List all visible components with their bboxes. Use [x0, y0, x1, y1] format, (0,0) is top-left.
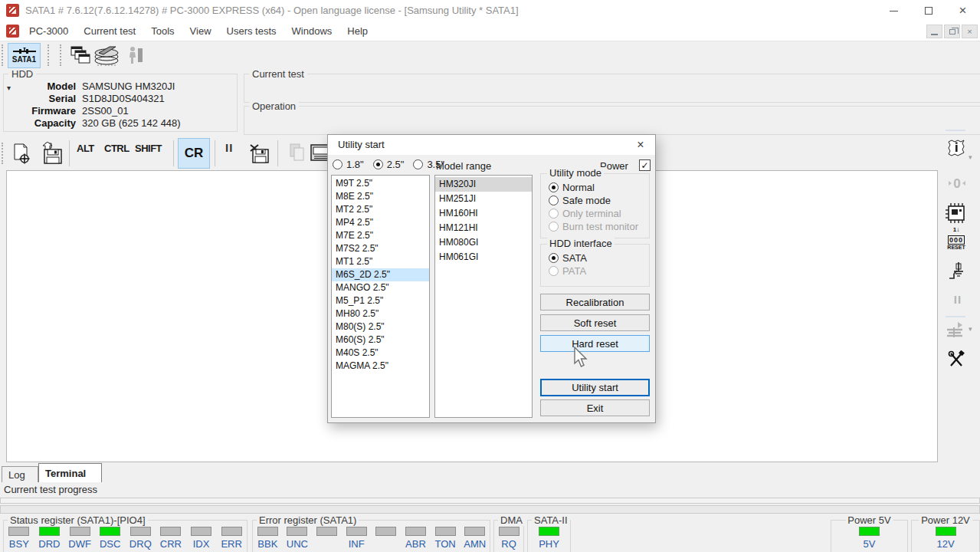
- utility-mode-option[interactable]: Burn test monitor: [549, 220, 638, 233]
- sata1-port-button[interactable]: SATA1: [8, 43, 41, 68]
- toolbar-grip[interactable]: [2, 44, 4, 66]
- menu-item[interactable]: Tools: [143, 21, 182, 41]
- utility-start-button[interactable]: Utility start: [540, 379, 650, 396]
- drive-resources-button[interactable]: [92, 43, 123, 67]
- led-indicator-icon: [316, 527, 337, 536]
- copy-button[interactable]: [287, 141, 308, 164]
- mdi-restore-button[interactable]: [944, 25, 960, 38]
- reset-counter-button[interactable]: 1↓ 000 RESET: [945, 227, 968, 251]
- form-factor-option[interactable]: 2.5": [373, 159, 405, 170]
- utility-mode-option[interactable]: Safe mode: [549, 194, 638, 207]
- drive-passport-button[interactable]: [946, 138, 967, 159]
- led-indicator-icon: [8, 527, 29, 536]
- toolbar-grip[interactable]: [2, 143, 4, 164]
- cr-key-button[interactable]: CR: [178, 138, 210, 169]
- menu-item[interactable]: Help: [339, 21, 375, 41]
- rom-chip-button[interactable]: [945, 202, 968, 224]
- form-factor-option[interactable]: 1.8": [333, 159, 364, 170]
- family-list-item[interactable]: MP4 2.5": [332, 216, 429, 229]
- model-list-item[interactable]: HM080GI: [435, 235, 532, 250]
- floppy-arrow-icon: [41, 142, 64, 165]
- radio-icon[interactable]: [373, 159, 383, 169]
- menu-item[interactable]: Current test: [76, 21, 143, 41]
- family-list-item[interactable]: M7E 2.5": [332, 229, 429, 242]
- exit-utility-button[interactable]: [124, 44, 146, 66]
- task-windows-button[interactable]: [69, 44, 92, 66]
- led-label: INF: [349, 538, 365, 549]
- alt-key-button[interactable]: ALT: [77, 143, 94, 154]
- family-list-item[interactable]: M8E 2.5": [332, 190, 429, 203]
- family-list-item[interactable]: M60(S) 2.5": [332, 334, 429, 347]
- family-list-item[interactable]: M5_P1 2.5": [332, 294, 429, 307]
- menu-item[interactable]: Users tests: [219, 21, 284, 41]
- model-list-item[interactable]: HM160HI: [435, 206, 532, 221]
- soft-reset-button[interactable]: Soft reset: [540, 314, 650, 331]
- mdi-restore-icon: [949, 29, 955, 34]
- chip-icon: [946, 203, 967, 223]
- family-list-item[interactable]: MANGO 2.5": [332, 281, 429, 294]
- chevron-down-icon[interactable]: ▾: [969, 325, 972, 333]
- power-switch-button[interactable]: [947, 261, 967, 284]
- led-label: DWF: [68, 538, 91, 549]
- model-list-item[interactable]: HM251JI: [435, 192, 532, 206]
- menu-item[interactable]: View: [182, 21, 219, 41]
- hard-reset-button[interactable]: Hard reset: [540, 335, 650, 352]
- model-list-item[interactable]: HM061GI: [435, 250, 532, 264]
- led-label: DRQ: [129, 538, 152, 549]
- family-list-item[interactable]: M9T 2.5": [332, 177, 429, 190]
- exit-button[interactable]: Exit: [540, 399, 650, 416]
- run-script-button[interactable]: [946, 320, 965, 339]
- ctrl-key-button[interactable]: CTRL: [104, 143, 129, 154]
- dialog-title-bar[interactable]: Utility start ×: [328, 135, 655, 155]
- utility-mode-option[interactable]: Only terminal: [549, 207, 638, 220]
- model-listbox[interactable]: HM320JI HM251JI HM160HI HM121HI HM080GI …: [434, 175, 533, 418]
- toolbar-grip[interactable]: [60, 44, 62, 66]
- utility-settings-button[interactable]: [947, 350, 965, 370]
- radio-icon[interactable]: [549, 196, 559, 205]
- pause-button[interactable]: II: [950, 291, 965, 307]
- dialog-close-button[interactable]: ×: [629, 136, 652, 154]
- model-list-item[interactable]: HM121HI: [435, 221, 532, 235]
- new-task-button[interactable]: [11, 143, 32, 166]
- radio-icon[interactable]: [549, 266, 559, 276]
- recalibration-button[interactable]: Recalibration: [540, 294, 650, 310]
- zero-lba-button[interactable]: 0: [947, 175, 967, 192]
- mdi-minimize-button[interactable]: [926, 25, 942, 38]
- mdi-close-button[interactable]: ×: [962, 25, 978, 38]
- led-indicator-icon: [39, 527, 60, 536]
- discard-task-button[interactable]: [247, 141, 271, 166]
- model-list-item[interactable]: HM320JI: [435, 177, 532, 192]
- power-checkbox[interactable]: ✓: [639, 159, 651, 171]
- radio-icon[interactable]: [549, 182, 559, 192]
- minimize-button[interactable]: [877, 0, 911, 21]
- hdd-interface-option[interactable]: SATA: [549, 251, 587, 264]
- family-list-item[interactable]: MH80 2.5": [332, 307, 429, 320]
- close-button[interactable]: ×: [946, 0, 980, 21]
- radio-icon[interactable]: [549, 253, 559, 263]
- pause-terminal-button[interactable]: II: [225, 141, 233, 154]
- tab-log[interactable]: Log: [2, 466, 38, 482]
- menu-item[interactable]: Windows: [284, 21, 340, 41]
- family-listbox[interactable]: M9T 2.5" M8E 2.5" MT2 2.5" MP4 2.5" M7E …: [331, 175, 430, 418]
- tab-terminal[interactable]: Terminal: [38, 463, 102, 482]
- shift-key-button[interactable]: SHIFT: [135, 143, 162, 154]
- family-list-item[interactable]: M80(S) 2.5": [332, 320, 429, 334]
- chevron-down-icon[interactable]: ▾: [969, 153, 972, 161]
- radio-icon[interactable]: [413, 159, 423, 169]
- hdd-interface-option[interactable]: PATA: [549, 264, 587, 278]
- radio-icon[interactable]: [549, 222, 559, 232]
- maximize-button[interactable]: [911, 0, 946, 21]
- toolbar-grip[interactable]: [48, 44, 50, 66]
- power-12v-title: Power 12V: [919, 514, 972, 526]
- utility-mode-option[interactable]: Normal: [549, 181, 638, 194]
- family-list-item[interactable]: M40S 2.5": [332, 347, 429, 360]
- family-list-item[interactable]: M7S2 2.5": [332, 242, 429, 255]
- menu-item[interactable]: PC-3000: [21, 21, 76, 41]
- radio-icon[interactable]: [333, 159, 343, 169]
- save-task-button[interactable]: [40, 141, 64, 166]
- family-list-item[interactable]: MT2 2.5": [332, 203, 429, 216]
- family-list-item[interactable]: MAGMA 2.5": [332, 360, 429, 373]
- family-list-item[interactable]: M6S_2D 2.5": [332, 268, 429, 281]
- radio-icon[interactable]: [549, 209, 559, 219]
- family-list-item[interactable]: MT1 2.5": [332, 255, 429, 268]
